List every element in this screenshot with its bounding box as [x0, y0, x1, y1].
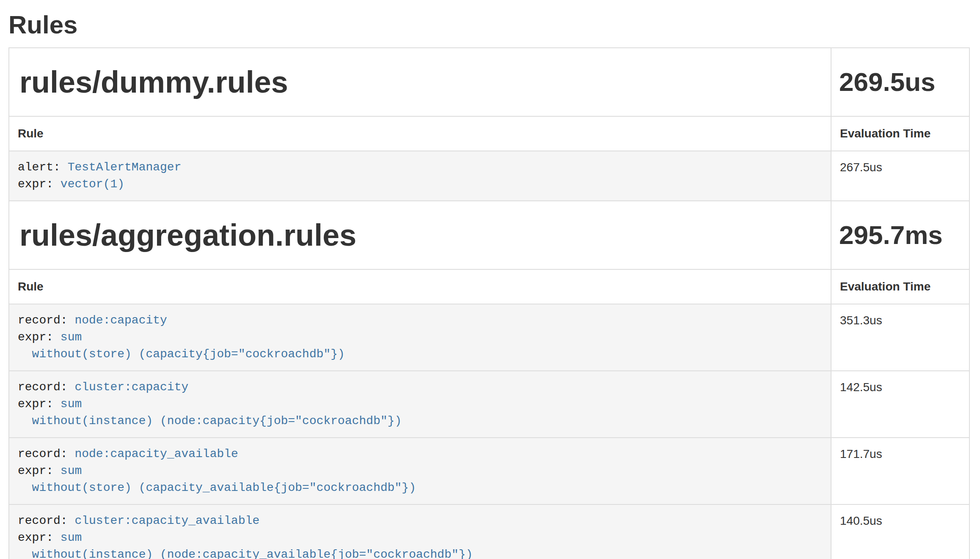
- rule-row: record: node:capacity_available expr: su…: [9, 438, 969, 504]
- rule-expression-link[interactable]: sum: [61, 531, 82, 544]
- rule-evaluation-time: 140.5us: [831, 504, 969, 559]
- rule-field-key: record:: [18, 381, 74, 394]
- rule-group-evaluation-time: 269.5us: [839, 65, 969, 99]
- rule-column-header: Rule: [9, 269, 831, 304]
- rule-group-time-cell: 269.5us: [831, 48, 969, 116]
- rule-code: alert: TestAlertManager expr: vector(1): [9, 151, 831, 200]
- rule-definition-cell: record: cluster:capacity_available expr:…: [9, 504, 831, 559]
- rule-expression-link[interactable]: without(instance) (node:capacity_availab…: [18, 548, 473, 559]
- rule-row: record: cluster:capacity expr: sum witho…: [9, 371, 969, 438]
- rule-field-key: record:: [18, 514, 74, 527]
- rule-evaluation-time: 267.5us: [831, 151, 969, 201]
- rule-group-file-name: rules/aggregation.rules: [19, 218, 831, 252]
- evaluation-time-column-header: Evaluation Time: [831, 116, 969, 151]
- rule-definition-cell: record: cluster:capacity expr: sum witho…: [9, 371, 831, 438]
- rule-code: record: cluster:capacity_available expr:…: [9, 505, 831, 559]
- rule-group-time-cell: 295.7ms: [831, 201, 969, 269]
- rule-expression-link[interactable]: node:capacity_available: [74, 447, 238, 460]
- rule-code: record: node:capacity expr: sum without(…: [9, 304, 831, 370]
- rule-evaluation-time: 351.3us: [831, 304, 969, 371]
- rule-definition-cell: alert: TestAlertManager expr: vector(1): [9, 151, 831, 201]
- rule-expression-link[interactable]: without(store) (capacity{job="cockroachd…: [18, 348, 345, 361]
- rule-row: record: cluster:capacity_available expr:…: [9, 504, 969, 559]
- rule-field-key: expr:: [18, 397, 61, 411]
- rule-expression-link[interactable]: cluster:capacity: [74, 381, 188, 394]
- rule-expression-link[interactable]: without(store) (capacity_available{job="…: [18, 481, 416, 494]
- rule-group-name-cell: rules/dummy.rules: [9, 48, 831, 116]
- rule-field-key: record:: [18, 314, 74, 327]
- rule-field-key: expr:: [18, 531, 61, 544]
- rule-row: alert: TestAlertManager expr: vector(1) …: [9, 151, 969, 201]
- rule-evaluation-time: 171.7us: [831, 438, 969, 504]
- rule-field-key: expr:: [18, 464, 61, 477]
- rule-expression-link[interactable]: vector(1): [61, 178, 124, 191]
- rule-field-key: record:: [18, 447, 74, 460]
- rule-expression-link[interactable]: without(instance) (node:capacity{job="co…: [18, 414, 402, 427]
- evaluation-time-column-header: Evaluation Time: [831, 269, 969, 304]
- rule-code: record: cluster:capacity expr: sum witho…: [9, 371, 831, 437]
- rule-group-file-name: rules/dummy.rules: [19, 65, 831, 99]
- rule-group-evaluation-time: 295.7ms: [839, 218, 969, 252]
- rule-column-header: Rule: [9, 116, 831, 151]
- rule-expression-link[interactable]: sum: [61, 331, 82, 344]
- rule-group-header-row: rules/dummy.rules 269.5us: [9, 48, 969, 116]
- rule-field-key: alert:: [18, 161, 68, 174]
- rule-evaluation-time: 142.5us: [831, 371, 969, 438]
- rules-table: rules/dummy.rules 269.5us Rule Evaluatio…: [8, 47, 970, 559]
- rule-field-key: expr:: [18, 331, 61, 344]
- page-title: Rules: [8, 11, 980, 39]
- rule-group-header-row: rules/aggregation.rules 295.7ms: [9, 201, 969, 269]
- rule-definition-cell: record: node:capacity expr: sum without(…: [9, 304, 831, 371]
- rule-expression-link[interactable]: TestAlertManager: [68, 161, 182, 174]
- rule-expression-link[interactable]: cluster:capacity_available: [74, 514, 259, 527]
- rule-definition-cell: record: node:capacity_available expr: su…: [9, 438, 831, 504]
- rule-row: record: node:capacity expr: sum without(…: [9, 304, 969, 371]
- rule-code: record: node:capacity_available expr: su…: [9, 438, 831, 504]
- rule-field-key: expr:: [18, 178, 61, 191]
- rule-expression-link[interactable]: node:capacity: [74, 314, 167, 327]
- rule-expression-link[interactable]: sum: [61, 397, 82, 411]
- column-header-row: Rule Evaluation Time: [9, 116, 969, 151]
- column-header-row: Rule Evaluation Time: [9, 269, 969, 304]
- rule-group-name-cell: rules/aggregation.rules: [9, 201, 831, 269]
- rule-expression-link[interactable]: sum: [61, 464, 82, 477]
